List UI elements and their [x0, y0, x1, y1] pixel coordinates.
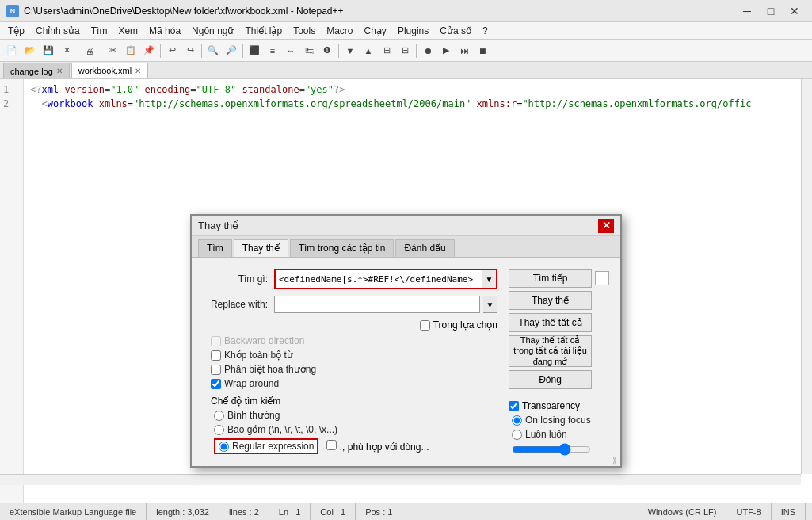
toolbar-redo[interactable]: ↪	[181, 42, 199, 59]
find-label: Tìm gì:	[203, 273, 274, 285]
replace-all-button[interactable]: Thay thế tất cả	[509, 313, 592, 332]
menu-tep[interactable]: Tệp	[3, 24, 29, 38]
maximize-button[interactable]: □	[760, 3, 782, 19]
on-losing-focus-row: On losing focus	[509, 415, 609, 426]
toolbar-btn3[interactable]: ↔	[282, 42, 299, 59]
toolbar-btn2[interactable]: ≡	[264, 42, 281, 59]
toolbar-btn1[interactable]: ⬛	[246, 42, 263, 59]
menu-ngon-ngu[interactable]: Ngôn ngữ	[187, 24, 238, 38]
menu-cua-so[interactable]: Cửa số	[435, 24, 476, 38]
replace-button[interactable]: Thay thế	[509, 291, 592, 310]
search-mode-area: Chế độ tìm kiếm Bình thường Bao gồm (\n,…	[203, 396, 497, 454]
status-pos: Pos : 1	[356, 503, 402, 520]
transparency-slider[interactable]	[512, 443, 591, 456]
on-losing-focus-radio[interactable]	[512, 415, 522, 426]
menu-thiet-lap[interactable]: Thiết lập	[240, 24, 287, 38]
toolbar-find[interactable]: 🔍	[204, 42, 222, 59]
window-title: C:\Users\admin\OneDrive\Desktop\New fold…	[24, 6, 344, 17]
in-selection-label: Trong lựa chọn	[433, 319, 497, 331]
tab-change-log-close[interactable]: ✕	[56, 67, 63, 75]
replace-all-open-button[interactable]: Thay thế tất cả trong tất cả tài liệu đa…	[509, 335, 592, 367]
toolbar-btn7[interactable]: ▲	[360, 42, 377, 59]
toolbar-btn4[interactable]: ⭾	[300, 42, 318, 59]
dialog-tabs: Tìm Thay thế Tìm trong các tập tin Đánh …	[192, 236, 620, 258]
toolbar-rec[interactable]: ⏺	[419, 42, 436, 59]
extended-radio-label: Bao gồm (\n, \r, \t, \0, \x...)	[227, 424, 337, 435]
backward-row: Backward direction	[203, 335, 497, 346]
menu-ma-hoa[interactable]: Mã hóa	[144, 24, 185, 38]
replace-input[interactable]	[274, 296, 480, 313]
extended-radio-row: Bao gồm (\n, \r, \t, \0, \x...)	[211, 424, 497, 435]
transparency-checkbox[interactable]	[509, 401, 519, 411]
dot-matches-checkbox[interactable]	[326, 440, 337, 450]
in-selection-row: Trong lựa chọn	[203, 319, 497, 331]
slider-row	[509, 443, 609, 458]
status-length: length : 3,032	[147, 503, 219, 520]
menu-xem[interactable]: Xem	[113, 24, 143, 38]
toolbar-copy[interactable]: 📋	[122, 42, 139, 59]
backward-checkbox[interactable]	[211, 336, 221, 346]
dialog-tab-mark[interactable]: Đánh dấu	[395, 239, 454, 257]
replace-dropdown-button[interactable]: ▼	[483, 296, 497, 313]
options-area: Backward direction Khớp toàn bộ từ Phân …	[203, 335, 497, 389]
toolbar-btn6[interactable]: ▼	[341, 42, 359, 59]
toolbar-stop[interactable]: ⏹	[474, 42, 491, 59]
toolbar-paste[interactable]: 📌	[140, 42, 158, 59]
always-row: Luôn luôn	[509, 429, 609, 440]
toolbar-close[interactable]: ✕	[58, 42, 75, 59]
close-dialog-button[interactable]: Đóng	[509, 370, 592, 389]
menu-macro[interactable]: Macro	[322, 24, 357, 38]
find-dropdown-button[interactable]: ▼	[482, 270, 496, 288]
tab-change-log[interactable]: change.log ✕	[3, 63, 70, 78]
toolbar-undo[interactable]: ↩	[163, 42, 181, 59]
toolbar-btn5[interactable]: ❶	[318, 42, 336, 59]
dialog-close-button[interactable]: ✕	[598, 219, 614, 233]
toolbar-separator-7	[416, 44, 417, 58]
toolbar-open[interactable]: 📂	[21, 42, 39, 59]
menu-bar: Tệp Chỉnh sửa Tìm Xem Mã hóa Ngôn ngữ Th…	[0, 22, 812, 40]
toolbar-btn8[interactable]: ⊞	[378, 42, 395, 59]
find-input[interactable]	[276, 270, 482, 288]
menu-tools[interactable]: Tools	[288, 24, 320, 38]
dot-matches-label: ., phù hợp với dòng...	[340, 442, 429, 453]
find-next-button[interactable]: Tìm tiếp	[509, 269, 592, 288]
menu-tim[interactable]: Tìm	[86, 24, 112, 38]
toolbar-cut[interactable]: ✂	[104, 42, 121, 59]
in-selection-checkbox[interactable]	[420, 320, 430, 331]
toolbar-new[interactable]: 📄	[3, 42, 21, 59]
whole-word-label: Khớp toàn bộ từ	[224, 350, 293, 361]
minimize-button[interactable]: ─	[736, 3, 758, 19]
toolbar-separator-5	[242, 44, 243, 58]
toolbar-skip[interactable]: ⏭	[456, 42, 473, 59]
menu-plugins[interactable]: Plugins	[393, 24, 433, 38]
close-button[interactable]: ✕	[783, 3, 806, 19]
regex-radio-row: Regular expression ., phù hợp với dòng..…	[211, 438, 497, 454]
dialog-tab-find-in-files[interactable]: Tìm trong các tập tin	[290, 239, 395, 257]
dialog-tab-replace[interactable]: Thay thế	[234, 239, 288, 257]
menu-help[interactable]: ?	[478, 24, 493, 38]
dialog-tab-find[interactable]: Tìm	[198, 239, 232, 257]
toolbar-separator-4	[201, 44, 202, 58]
resize-grip: ⟫	[612, 456, 617, 465]
match-case-checkbox[interactable]	[211, 365, 221, 375]
regex-radio[interactable]	[219, 442, 229, 452]
menu-chinh-sua[interactable]: Chỉnh sửa	[31, 24, 85, 38]
normal-radio[interactable]	[214, 411, 224, 421]
toolbar-zoom-in[interactable]: 🔎	[223, 42, 240, 59]
toolbar-btn9[interactable]: ⊟	[396, 42, 414, 59]
normal-radio-row: Bình thường	[211, 410, 497, 421]
toolbar-print[interactable]: 🖨	[81, 42, 98, 59]
toolbar-save[interactable]: 💾	[40, 42, 57, 59]
always-radio[interactable]	[512, 430, 522, 440]
tab-workbook-xml-close[interactable]: ✕	[135, 67, 141, 75]
status-ln: Ln : 1	[269, 503, 311, 520]
tab-bar: change.log ✕ workbook.xml ✕	[0, 62, 812, 79]
dot-matches-checkbox-container: ., phù hợp với dòng...	[326, 440, 429, 453]
menu-chay[interactable]: Chạy	[360, 24, 391, 38]
tab-workbook-xml[interactable]: workbook.xml ✕	[71, 63, 148, 78]
wrap-checkbox[interactable]	[211, 379, 221, 389]
toolbar-play[interactable]: ▶	[437, 42, 455, 59]
find-next-checkbox[interactable]	[595, 271, 609, 285]
extended-radio[interactable]	[214, 425, 224, 435]
whole-word-checkbox[interactable]	[211, 350, 221, 361]
